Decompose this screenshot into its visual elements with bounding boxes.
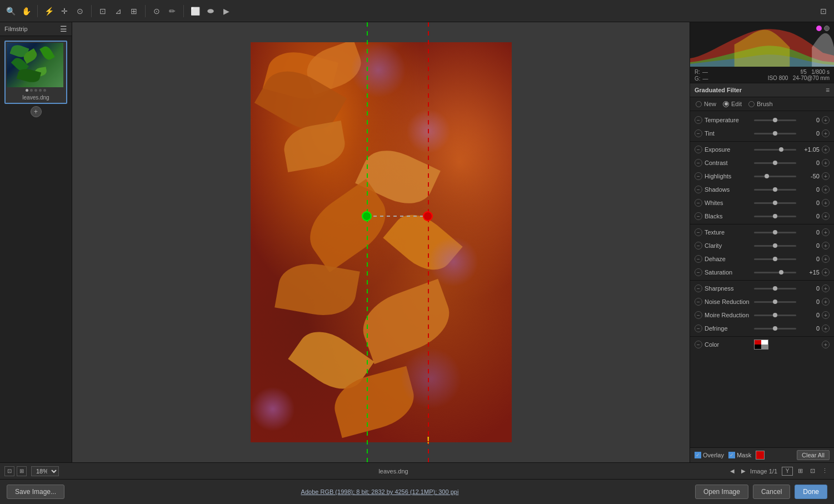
blacks-decrease-button[interactable]: − (695, 212, 702, 220)
saturation-thumb[interactable] (779, 270, 783, 275)
blacks-track[interactable] (754, 211, 796, 221)
texture-increase-button[interactable]: + (822, 228, 830, 236)
exposure-decrease-button[interactable]: − (695, 146, 702, 153)
target-adj-icon[interactable]: ⊙ (74, 5, 86, 17)
texture-thumb[interactable] (773, 230, 777, 234)
dehaze-thumb[interactable] (773, 257, 777, 261)
highlights-decrease-button[interactable]: − (695, 172, 702, 180)
canvas-area[interactable]: ! (72, 22, 690, 462)
filmstrip-item[interactable]: leaves.dng (4, 41, 67, 104)
exposure-track[interactable] (754, 144, 796, 154)
clarity-thumb[interactable] (773, 243, 777, 248)
graduated-filter-handle-green[interactable] (362, 211, 372, 221)
defringe-decrease-button[interactable]: − (695, 325, 702, 332)
temperature-thumb[interactable] (773, 118, 777, 122)
overlay-checkbox[interactable]: ✓ Overlay (695, 452, 724, 458)
temperature-increase-button[interactable]: + (822, 116, 830, 124)
defringe-track[interactable] (754, 323, 796, 333)
texture-track[interactable] (754, 227, 796, 237)
fit-window-icon[interactable]: ⊡ (4, 466, 14, 476)
settings-icon[interactable]: ⊡ (807, 466, 817, 476)
crop-tool-icon[interactable]: ⊡ (97, 5, 109, 17)
save-image-button[interactable]: Save Image... (7, 485, 64, 499)
tint-track[interactable] (754, 128, 796, 138)
clarity-track[interactable] (754, 241, 796, 251)
texture-decrease-button[interactable]: − (695, 228, 702, 236)
contrast-thumb[interactable] (773, 161, 777, 165)
noise-reduction-track[interactable] (754, 297, 796, 307)
shadows-increase-button[interactable]: + (822, 186, 830, 193)
clarity-increase-button[interactable]: + (822, 242, 830, 249)
export-icon[interactable]: ⊡ (817, 5, 830, 17)
whites-increase-button[interactable]: + (822, 199, 830, 207)
exposure-thumb[interactable] (779, 147, 783, 152)
blacks-thumb[interactable] (773, 214, 777, 218)
mode-brush[interactable]: Brush (748, 101, 773, 107)
color-decrease-button[interactable]: − (695, 341, 702, 348)
sharpness-decrease-button[interactable]: − (695, 285, 702, 292)
wb-tool-icon[interactable]: ⚡ (43, 5, 55, 17)
color-swatch-grid[interactable] (754, 340, 768, 350)
mask-color-indicator[interactable] (756, 451, 765, 460)
tint-increase-button[interactable]: + (822, 129, 830, 137)
saturation-decrease-button[interactable]: − (695, 268, 702, 276)
moire-reduction-increase-button[interactable]: + (822, 311, 830, 319)
open-image-button[interactable]: Open Image (695, 485, 748, 499)
graduated-filter-handle-red[interactable] (423, 211, 433, 221)
panel-menu-icon[interactable]: ≡ (826, 86, 830, 94)
temperature-track[interactable] (754, 115, 796, 125)
noise-reduction-increase-button[interactable]: + (822, 298, 830, 306)
retouch-tool-icon[interactable]: ⊙ (151, 5, 163, 17)
done-button[interactable]: Done (795, 485, 827, 499)
saturation-track[interactable] (754, 267, 796, 277)
brush-tool-icon[interactable]: ▶ (220, 5, 232, 17)
zoom-select[interactable]: 18% 25% 50% 100% (31, 466, 59, 476)
mode-new[interactable]: New (696, 101, 716, 107)
mode-brush-radio[interactable] (748, 101, 755, 107)
whites-track[interactable] (754, 198, 796, 208)
straighten-tool-icon[interactable]: ⊿ (112, 5, 124, 17)
shadows-thumb[interactable] (773, 187, 777, 192)
color-increase-button[interactable]: + (822, 341, 830, 348)
y-toggle-icon[interactable]: Y (782, 467, 793, 476)
contrast-decrease-button[interactable]: − (695, 159, 702, 167)
highlights-track[interactable] (754, 171, 796, 181)
status-link[interactable]: Adobe RGB (1998); 8 bit; 2832 by 4256 (1… (301, 488, 459, 495)
defringe-increase-button[interactable]: + (822, 325, 830, 332)
grad-filter-icon[interactable]: ⬜ (189, 5, 201, 17)
clear-all-button[interactable]: Clear All (797, 450, 830, 460)
filmstrip-menu-icon[interactable]: ☰ (60, 24, 67, 33)
mask-checkbox[interactable]: ✓ Mask (728, 452, 751, 458)
moire-reduction-decrease-button[interactable]: − (695, 311, 702, 319)
prev-image-button[interactable]: ◀ (728, 467, 737, 476)
color-sampler-icon[interactable]: ✛ (58, 5, 71, 17)
highlights-thumb[interactable] (765, 174, 769, 178)
mask-check-box[interactable]: ✓ (728, 452, 735, 458)
sharpness-thumb[interactable] (773, 286, 777, 291)
workflow-icon[interactable]: ⋮ (820, 466, 830, 476)
shadows-track[interactable] (754, 184, 796, 194)
defringe-thumb[interactable] (773, 326, 777, 331)
highlights-increase-button[interactable]: + (822, 172, 830, 180)
noise-reduction-thumb[interactable] (773, 300, 777, 304)
dehaze-increase-button[interactable]: + (822, 255, 830, 263)
contrast-track[interactable] (754, 158, 796, 168)
mode-edit[interactable]: Edit (723, 101, 742, 107)
cancel-button[interactable]: Cancel (753, 485, 790, 499)
filmstrip-add-button[interactable]: + (31, 106, 42, 117)
radial-filter-icon[interactable]: ⬬ (204, 5, 217, 17)
next-image-button[interactable]: ▶ (739, 467, 748, 476)
moire-reduction-track[interactable] (754, 310, 796, 320)
blacks-increase-button[interactable]: + (822, 212, 830, 220)
mode-new-radio[interactable] (696, 101, 702, 107)
exposure-increase-button[interactable]: + (822, 146, 830, 153)
dehaze-decrease-button[interactable]: − (695, 255, 702, 263)
overlay-check-box[interactable]: ✓ (695, 452, 701, 458)
saturation-increase-button[interactable]: + (822, 268, 830, 276)
fill-screen-icon[interactable]: ⊞ (17, 466, 27, 476)
noise-reduction-decrease-button[interactable]: − (695, 298, 702, 306)
shadows-decrease-button[interactable]: − (695, 186, 702, 193)
tint-thumb[interactable] (773, 131, 777, 136)
compare-icon[interactable]: ⊞ (795, 466, 805, 476)
tint-decrease-button[interactable]: − (695, 129, 702, 137)
